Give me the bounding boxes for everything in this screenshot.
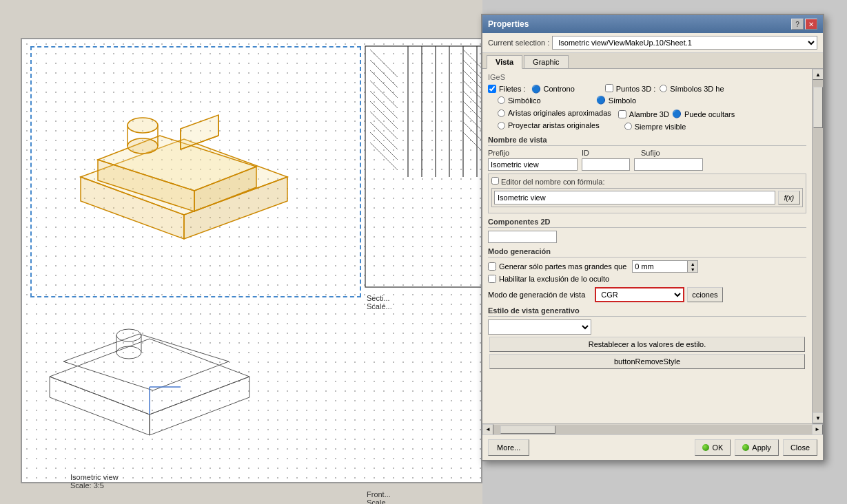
prefijo-id-sufijo-row: Prefijo ID Sufijo — [488, 149, 806, 171]
prefijo-col-label: Prefijo — [488, 149, 578, 157]
nombre-vista-group: Nombre de vista Prefijo ID Sufijo — [488, 136, 806, 213]
svg-point-48 — [116, 346, 141, 359]
filetes-row: Filetes : 🔵 Controno Puntos 3D : Símbolo… — [488, 84, 806, 94]
h-scroll-thumb[interactable] — [500, 426, 555, 434]
simbolico-row: Simbólico — [498, 96, 541, 105]
prefijo-input[interactable] — [488, 158, 578, 171]
simbolos3d-radio-wrap — [660, 85, 667, 94]
scroll-up-arrow[interactable]: ▲ — [813, 69, 823, 80]
ok-dot — [702, 444, 709, 451]
habilitar-checkbox[interactable] — [488, 275, 496, 283]
vertical-scrollbar[interactable]: ▲ ▼ — [812, 69, 823, 423]
componentes-group: Componentes 2D — [488, 218, 806, 243]
h-scroll-left[interactable]: ◄ — [482, 424, 493, 435]
selection-combo[interactable]: Isometric view/ViewMakeUp.10/Sheet.1 — [552, 36, 817, 50]
scroll-thumb[interactable] — [813, 87, 823, 128]
modo-vista-row: Modo de generación de vista CGR Exact Ap… — [488, 287, 806, 302]
spinner-arrows: ▲ ▼ — [687, 260, 698, 273]
puede-dot: 🔵 — [672, 109, 682, 118]
componentes-title: Componentes 2D — [488, 218, 806, 228]
formula-row: f(x) — [491, 188, 803, 207]
dialog-titlebar: Properties ? ✕ — [482, 15, 823, 33]
sufijo-col-label: Sufijo — [641, 149, 660, 157]
scroll-down-arrow[interactable]: ▼ — [813, 412, 823, 423]
close-button[interactable]: ✕ — [805, 19, 817, 30]
simbolico-radio[interactable] — [498, 96, 505, 104]
help-button[interactable]: ? — [791, 19, 804, 30]
h-scroll-right[interactable]: ► — [812, 424, 823, 435]
spinner-up[interactable]: ▲ — [688, 261, 697, 266]
dialog-content-scroll[interactable]: IGeS Filetes : 🔵 Controno Puntos 3D : Sí… — [482, 69, 812, 423]
generar-value-input[interactable] — [632, 260, 687, 273]
svg-line-29 — [370, 122, 398, 149]
front-view-label: Front... Scale... — [367, 490, 392, 504]
cgr-select[interactable]: CGR Exact Approximate — [595, 287, 684, 302]
formula-input[interactable] — [494, 191, 775, 204]
style-select[interactable] — [488, 319, 591, 335]
drawing-canvas: A Isometric view Scale: 3:5 Secti... Sca… — [0, 0, 482, 504]
aristas-row: Aristas originales aproximadas — [498, 109, 611, 117]
iso-wireframe-drawing: A — [22, 39, 353, 504]
filetes-checkbox[interactable] — [488, 85, 496, 93]
siempre-row: Siempre visible — [624, 123, 686, 131]
alambre-row: Alambre 3D 🔵 Puede ocultars — [618, 109, 735, 118]
svg-line-30 — [370, 132, 398, 160]
h-scroll-track — [493, 425, 812, 434]
id-input[interactable] — [582, 158, 630, 171]
iges-label: IGeS — [488, 73, 806, 81]
drawing-sheet: A Isometric view Scale: 3:5 Secti... Sca… — [21, 38, 482, 483]
aristas-label: Aristas originales aproximadas — [508, 109, 611, 117]
footer-buttons: OK Apply Close — [695, 439, 817, 456]
remove-style-button[interactable]: buttonRemoveStyle — [489, 354, 805, 369]
dialog-controls: ? ✕ — [791, 19, 817, 30]
section-view-label: Secti... Scale... — [367, 294, 392, 311]
ok-button[interactable]: OK — [695, 439, 731, 456]
dialog-footer: More... OK Apply Close — [482, 434, 823, 460]
generar-label: Generar sólo partes mas grandes que — [499, 262, 626, 271]
simbolos3d-radio[interactable] — [660, 85, 667, 92]
close-dialog-button[interactable]: Close — [783, 439, 817, 456]
restablecer-button[interactable]: Restablecer a los valores de estilo. — [489, 337, 805, 352]
siempre-radio[interactable] — [624, 123, 632, 130]
opciones-button[interactable]: cciones — [687, 287, 722, 302]
estilo-title: Estilo de vista generativo — [488, 306, 806, 317]
aristas-radio[interactable] — [498, 109, 505, 117]
selection-label: Current selection : — [488, 39, 549, 47]
filetes-dot: 🔵 — [531, 85, 541, 94]
apply-button[interactable]: Apply — [735, 439, 779, 456]
generar-checkbox[interactable] — [488, 262, 496, 271]
generar-row: Generar sólo partes mas grandes que ▲ ▼ — [488, 260, 806, 273]
proyectar-row: Proyectar aristas originales — [498, 121, 600, 129]
tab-vista[interactable]: Vista — [487, 55, 522, 69]
editor-checkbox[interactable] — [491, 177, 499, 185]
habilitar-row: Habilitar la exclusión de lo oculto — [488, 275, 806, 283]
puntos3d-checkbox[interactable] — [605, 84, 613, 92]
svg-marker-43 — [150, 377, 249, 435]
iso-view-label: Isometric view Scale: 3:5 — [70, 473, 119, 490]
id-col-label: ID — [582, 149, 637, 157]
formula-button[interactable]: f(x) — [778, 191, 800, 204]
modo-vista-label: Modo de generación de vista — [488, 291, 585, 299]
componentes-input[interactable] — [488, 231, 557, 243]
horizontal-scrollbar[interactable]: ◄ ► — [482, 423, 823, 434]
estilo-group: Estilo de vista generativo Restablecer a… — [488, 306, 806, 369]
svg-line-22 — [370, 50, 398, 77]
alambre-checkbox[interactable] — [618, 110, 626, 118]
apply-dot — [742, 444, 749, 451]
proyectar-radio[interactable] — [498, 122, 505, 129]
svg-line-23 — [370, 60, 398, 87]
editor-label: Editor del nombre con fórmula: — [491, 177, 803, 186]
more-button[interactable]: More... — [488, 439, 529, 456]
properties-dialog: Properties ? ✕ Current selection : Isome… — [481, 14, 824, 461]
tab-graphic[interactable]: Graphic — [524, 55, 569, 68]
spinner-down[interactable]: ▼ — [688, 266, 697, 272]
svg-marker-42 — [50, 377, 150, 435]
ok-label: OK — [712, 443, 723, 452]
svg-line-27 — [370, 101, 398, 129]
svg-point-45 — [116, 329, 141, 342]
cgr-wrapper: CGR Exact Approximate cciones — [595, 287, 722, 302]
svg-line-28 — [370, 112, 398, 139]
sufijo-input[interactable] — [634, 158, 703, 171]
simbolo-dot: 🔵 — [596, 96, 606, 105]
apply-label: Apply — [752, 443, 771, 452]
